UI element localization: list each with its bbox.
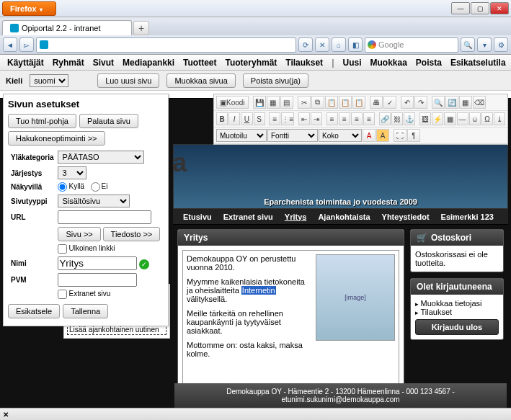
paste-word-icon[interactable]: 📋 bbox=[352, 96, 365, 109]
visible-yes-radio[interactable] bbox=[58, 182, 67, 192]
tools-button[interactable]: ⚙ bbox=[494, 37, 508, 52]
strike-icon[interactable]: S bbox=[254, 112, 265, 125]
extranet-check[interactable]: Extranet sivu bbox=[58, 290, 110, 298]
text-color-icon[interactable]: A bbox=[363, 129, 376, 142]
new-icon[interactable]: ▦ bbox=[267, 96, 280, 109]
redo-icon[interactable]: ↷ bbox=[414, 96, 427, 109]
visible-no[interactable]: Ei bbox=[91, 182, 108, 190]
date-field[interactable] bbox=[58, 273, 137, 287]
menu-item[interactable]: Muokkaa bbox=[366, 58, 412, 68]
forward-button[interactable]: ▻ bbox=[19, 37, 34, 52]
align-left-icon[interactable]: ≡ bbox=[326, 112, 338, 125]
menu-item[interactable]: Poista bbox=[412, 58, 446, 68]
menu-item[interactable]: Tuotteet bbox=[179, 58, 221, 68]
preview-icon[interactable]: ▤ bbox=[280, 96, 293, 109]
name-field[interactable] bbox=[58, 256, 137, 270]
status-close-icon[interactable]: ✕ bbox=[3, 411, 9, 419]
image-icon[interactable]: 🖼 bbox=[419, 112, 431, 125]
restore-page-button[interactable]: Palauta sivu bbox=[79, 114, 138, 128]
external-link-check[interactable]: Ulkoinen linkki bbox=[58, 244, 115, 252]
preview-button[interactable]: Esikatsele bbox=[8, 304, 60, 318]
align-center-icon[interactable]: ≡ bbox=[339, 112, 350, 125]
url-field[interactable] bbox=[58, 210, 151, 224]
firefox-menu-button[interactable]: Firefox bbox=[2, 1, 56, 16]
close-button[interactable]: ✕ bbox=[490, 2, 509, 14]
maximize-icon[interactable]: ⛶ bbox=[394, 129, 406, 142]
paste-icon[interactable]: 📋 bbox=[325, 96, 338, 109]
editor-area[interactable]: [image] Demokauppa OY on perustettu vuon… bbox=[182, 250, 399, 394]
sidebar-item[interactable]: Muokkaa tietojasi bbox=[415, 299, 499, 308]
menu-item[interactable]: Esikatselutila bbox=[446, 58, 510, 68]
search-go-button[interactable]: 🔍 bbox=[461, 37, 475, 52]
page-link-button[interactable]: Sivu >> bbox=[58, 227, 100, 241]
underline-icon[interactable]: U bbox=[241, 112, 252, 125]
menu-item[interactable]: Uusi bbox=[338, 58, 365, 68]
ol-icon[interactable]: ≡ bbox=[269, 112, 280, 125]
logout-button[interactable]: Kirjaudu ulos bbox=[415, 319, 499, 335]
home-button[interactable]: ⌂ bbox=[332, 37, 346, 52]
save-button[interactable]: Tallenna bbox=[63, 304, 108, 318]
bookmarks-button[interactable]: ▾ bbox=[477, 37, 492, 52]
pagetype-select[interactable]: Sisältösivu bbox=[58, 195, 130, 207]
import-html-button[interactable]: Tuo html-pohja bbox=[8, 114, 76, 128]
top-category-select[interactable]: PÄÄTASO bbox=[58, 151, 144, 164]
nav-item[interactable]: Etusivu bbox=[183, 213, 212, 221]
nav-item[interactable]: Ajankohtaista bbox=[318, 213, 370, 221]
delete-page-button[interactable]: Poista sivu(ja) bbox=[243, 73, 308, 88]
table-icon[interactable]: ▦ bbox=[444, 112, 456, 125]
seo-button[interactable]: Hakukoneoptimointi >> bbox=[8, 131, 105, 146]
undo-icon[interactable]: ↶ bbox=[401, 96, 414, 109]
spell-icon[interactable]: ✓ bbox=[383, 96, 396, 109]
ul-icon[interactable]: ⋮≡ bbox=[281, 112, 294, 125]
minimize-button[interactable]: — bbox=[451, 2, 470, 14]
search-box[interactable]: Google bbox=[365, 37, 458, 53]
lang-select[interactable]: suomi bbox=[30, 74, 68, 87]
flash-icon[interactable]: ⚡ bbox=[432, 112, 443, 125]
nav-item[interactable]: Yhteystiedot bbox=[382, 213, 430, 221]
cut-icon[interactable]: ✂ bbox=[298, 96, 311, 109]
menu-item[interactable]: Mediapankki bbox=[118, 58, 179, 68]
blocks-icon[interactable]: ¶ bbox=[407, 129, 420, 142]
browser-tab[interactable]: Opiportal 2.2 - intranet bbox=[2, 20, 132, 35]
menu-item[interactable]: Sivut bbox=[89, 58, 118, 68]
select-all-icon[interactable]: ▦ bbox=[459, 96, 472, 109]
reload-button[interactable]: ⟳ bbox=[298, 37, 313, 52]
size-select[interactable]: Koko bbox=[319, 129, 362, 142]
font-select[interactable]: Fontti bbox=[267, 129, 318, 142]
smiley-icon[interactable]: ☺ bbox=[469, 112, 481, 125]
sidebar-item[interactable]: Tilaukset bbox=[415, 308, 499, 316]
page-break-icon[interactable]: ⤓ bbox=[494, 112, 505, 125]
source-button[interactable]: ▣ Koodi bbox=[216, 96, 249, 109]
maximize-button[interactable]: ▢ bbox=[471, 2, 489, 14]
visible-yes[interactable]: Kyllä bbox=[58, 182, 84, 190]
menu-item[interactable]: Käyttäjät bbox=[3, 58, 48, 68]
anchor-icon[interactable]: ⚓ bbox=[404, 112, 415, 125]
print-icon[interactable]: 🖶 bbox=[370, 96, 383, 109]
save-icon[interactable]: 💾 bbox=[253, 96, 266, 109]
align-justify-icon[interactable]: ≡ bbox=[363, 112, 375, 125]
align-right-icon[interactable]: ≡ bbox=[351, 112, 363, 125]
replace-icon[interactable]: 🔄 bbox=[445, 96, 458, 109]
find-icon[interactable]: 🔍 bbox=[432, 96, 445, 109]
order-select[interactable]: 3 bbox=[58, 166, 86, 179]
outdent-icon[interactable]: ⇤ bbox=[298, 112, 310, 125]
hr-icon[interactable]: — bbox=[457, 112, 468, 125]
feed-button[interactable]: ◧ bbox=[348, 37, 363, 52]
back-button[interactable]: ◄ bbox=[3, 37, 17, 52]
create-page-button[interactable]: Luo uusi sivu bbox=[97, 73, 159, 88]
special-char-icon[interactable]: Ω bbox=[481, 112, 493, 125]
format-select[interactable]: Muotoilu bbox=[216, 129, 267, 142]
link-icon[interactable]: 🔗 bbox=[379, 112, 391, 125]
visible-no-radio[interactable] bbox=[91, 182, 100, 192]
nav-item[interactable]: Esimerkki 123 bbox=[441, 213, 494, 221]
nav-item[interactable]: Yritys bbox=[285, 213, 307, 221]
menu-item[interactable]: Tilaukset bbox=[281, 58, 327, 68]
stop-button[interactable]: ✕ bbox=[315, 37, 329, 52]
italic-icon[interactable]: I bbox=[228, 112, 240, 125]
copy-icon[interactable]: ⧉ bbox=[311, 96, 324, 109]
indent-icon[interactable]: ⇥ bbox=[311, 112, 322, 125]
file-link-button[interactable]: Tiedosto >> bbox=[103, 227, 161, 241]
menu-item[interactable]: Ryhmät bbox=[48, 58, 89, 68]
paste-text-icon[interactable]: 📋 bbox=[339, 96, 352, 109]
remove-format-icon[interactable]: ⌫ bbox=[473, 96, 486, 109]
